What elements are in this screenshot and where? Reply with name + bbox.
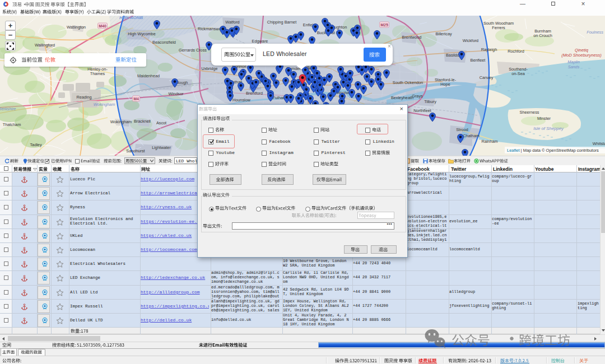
svg-text:Benfleet: Benfleet: [471, 58, 486, 63]
svg-text:Wokingham: Wokingham: [94, 102, 115, 107]
svg-text:Tilbury: Tilbury: [424, 99, 436, 104]
svg-text:Edgware: Edgware: [252, 39, 268, 44]
svg-text:Qinetiq: Qinetiq: [575, 48, 589, 53]
svg-text:Hounslow: Hounslow: [232, 97, 251, 102]
svg-text:HIlls AONB: HIlls AONB: [119, 16, 143, 20]
svg-text:Maplin: Maplin: [567, 59, 580, 64]
svg-text:Uxbridge: Uxbridge: [201, 66, 217, 71]
svg-text:M4: M4: [133, 97, 139, 101]
svg-text:Beaconsfield: Beaconsfield: [152, 40, 176, 45]
svg-text:Leaflet | Map data © OpenStree: Leaflet | Map data © OpenStreetMap contr…: [507, 148, 599, 153]
svg-text:on-Sea: on-Sea: [511, 71, 525, 76]
svg-text:Isle of Sheppey: Isle of Sheppey: [533, 126, 564, 131]
svg-text:Brentford: Brentford: [246, 91, 263, 96]
svg-text:South Ockendon: South Ockendon: [393, 80, 423, 85]
svg-text:Rainham: Rainham: [481, 139, 497, 144]
svg-text:M40: M40: [99, 24, 106, 28]
svg-text:Ascot: Ascot: [156, 120, 166, 125]
svg-text:Sheerness: Sheerness: [520, 110, 539, 115]
svg-text:Wallingford: Wallingford: [35, 43, 55, 48]
svg-text:Foulness: Foulness: [587, 30, 603, 35]
svg-text:Minster: Minster: [537, 116, 551, 121]
svg-text:Grays: Grays: [412, 94, 423, 99]
svg-text:Strood: Strood: [456, 127, 468, 132]
svg-text:Canvey: Canvey: [480, 75, 494, 80]
svg-text:M25: M25: [380, 23, 388, 27]
svg-text:Thames: Thames: [90, 71, 105, 76]
svg-text:Billericay: Billericay: [435, 31, 452, 36]
svg-text:Rochford: Rochford: [508, 49, 524, 54]
svg-text:Reading: Reading: [76, 95, 91, 100]
svg-text:Sandhurst: Sandhurst: [126, 148, 145, 153]
svg-text:Maidenhead: Maidenhead: [137, 73, 160, 78]
svg-text:Thatcham: Thatcham: [3, 122, 21, 127]
svg-text:Lightwater: Lightwater: [152, 145, 171, 150]
svg-text:Watlington: Watlington: [67, 25, 86, 30]
svg-text:Hope: Hope: [440, 82, 450, 87]
svg-text:High Wycombe: High Wycombe: [128, 31, 155, 36]
svg-text:Whitsta: Whitsta: [593, 141, 605, 146]
svg-text:Chipping Barnet: Chipping Barnet: [267, 20, 296, 25]
svg-text:Wokingham: Wokingham: [110, 119, 132, 124]
svg-text:Ferrers: Ferrers: [492, 25, 505, 30]
svg-text:Wickford: Wickford: [463, 38, 478, 43]
svg-text:Berkshire: Berkshire: [0, 106, 16, 111]
svg-text:Gerrards Cross: Gerrards Cross: [179, 48, 207, 53]
svg-text:Rayleigh: Rayleigh: [481, 47, 497, 52]
svg-text:Chatham: Chatham: [463, 133, 480, 138]
svg-text:Northfleet: Northfleet: [413, 108, 431, 113]
svg-text:Sands: Sands: [568, 64, 580, 69]
svg-text:Bracknell: Bracknell: [134, 119, 151, 124]
svg-text:on Crouch: on Crouch: [533, 33, 552, 38]
svg-text:Brentwood: Brentwood: [402, 35, 422, 40]
svg-text:Windsor: Windsor: [169, 91, 184, 96]
svg-text:(MoD Shoeburyness): (MoD Shoeburyness): [561, 53, 602, 58]
svg-text:Watford: Watford: [225, 20, 239, 25]
svg-text:Tadley: Tadley: [30, 142, 41, 147]
svg-text:Bexleyheath: Bexleyheath: [391, 95, 413, 100]
